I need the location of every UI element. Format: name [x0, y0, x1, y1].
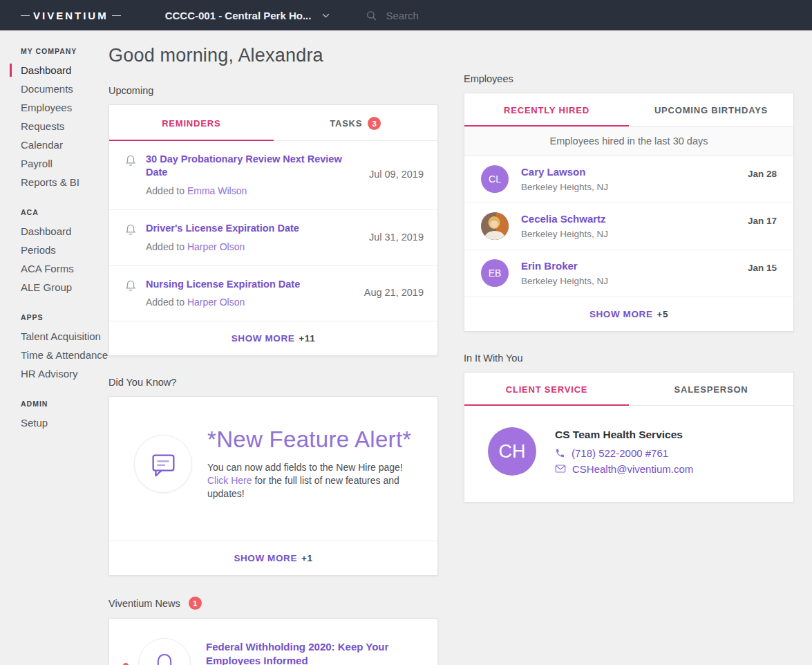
tab-reminders[interactable]: REMINDERS	[109, 105, 274, 140]
reminder-date: Jul 31, 2019	[369, 232, 424, 243]
bell-icon	[124, 153, 137, 168]
person-link[interactable]: Harper Olson	[187, 241, 245, 252]
sidebar-item-calendar[interactable]: Calendar	[21, 135, 108, 154]
employee-name-link[interactable]: Erin Broker	[521, 260, 578, 272]
sidebar-section-apps: APPS Talent Acquisition Time & Attendanc…	[21, 313, 108, 383]
logo-decoration-line	[112, 15, 121, 16]
employee-row: CL Cary Lawson Berkeley Heights, NJ Jan …	[464, 156, 793, 203]
upcoming-tabs: REMINDERS TASKS 3	[109, 105, 437, 141]
feature-alert-title: *New Feature Alert*	[207, 427, 417, 453]
did-you-know-section-label: Did You Know?	[108, 377, 438, 388]
sidebar-section-aca: ACA Dashboard Periods ACA Forms ALE Grou…	[21, 208, 108, 297]
sidebar-item-aca-forms[interactable]: ACA Forms	[21, 259, 108, 278]
sidebar-item-documents[interactable]: Documents	[21, 79, 108, 98]
tab-salesperson[interactable]: SALESPERSON	[629, 373, 793, 405]
reminder-row: 30 Day Probationary Review Next Review D…	[109, 141, 437, 210]
sidebar-item-periods[interactable]: Periods	[21, 241, 108, 259]
show-more-count: +1	[301, 553, 313, 563]
tab-upcoming-birthdays[interactable]: UPCOMING BIRTHDAYS	[629, 93, 793, 126]
employees-show-more-button[interactable]: SHOW MORE+5	[464, 297, 793, 331]
feature-alert-body: You can now add fields to the New Hire p…	[207, 461, 417, 500]
search-box[interactable]	[366, 10, 510, 21]
reminder-title-link[interactable]: 30 Day Probationary Review Next Review D…	[146, 153, 362, 179]
employee-location: Berkeley Heights, NJ	[521, 276, 748, 286]
click-here-link[interactable]: Click Here	[207, 475, 252, 486]
tab-tasks-label: TASKS	[330, 118, 362, 129]
show-more-count: +11	[299, 333, 315, 344]
topbar: VIVENTIUM CCCC-001 - Central Perk Ho...	[0, 0, 812, 30]
employee-location: Berkeley Heights, NJ	[521, 229, 748, 239]
person-link[interactable]: Emma Wilson	[187, 185, 247, 196]
employee-row: EB Erin Broker Berkeley Heights, NJ Jan …	[464, 250, 793, 297]
avatar[interactable]: CL	[481, 165, 509, 193]
logo-decoration-line	[21, 15, 30, 16]
contact-email-link[interactable]: CSHealth@viventium.com	[572, 463, 693, 475]
bell-icon	[124, 223, 137, 237]
news-count-badge: 1	[189, 597, 202, 610]
employee-hire-date: Jan 15	[748, 263, 777, 273]
avatar-photo[interactable]	[481, 212, 509, 240]
sidebar-item-payroll[interactable]: Payroll	[21, 154, 108, 173]
reminder-subtitle: Added to Harper Olson	[146, 297, 357, 308]
reminder-title-link[interactable]: Nursing License Expiration Date	[146, 278, 300, 291]
tab-tasks[interactable]: TASKS 3	[274, 105, 438, 140]
reminders-show-more-button[interactable]: SHOW MORE+11	[109, 321, 437, 355]
sidebar-item-talent-acquisition[interactable]: Talent Acquisition	[21, 327, 108, 346]
avatar[interactable]: EB	[481, 259, 509, 287]
upcoming-section-label: Upcoming	[108, 85, 438, 96]
did-you-know-card: *New Feature Alert* You can now add fiel…	[108, 396, 438, 576]
reminder-subtitle: Added to Harper Olson	[146, 241, 362, 252]
reminder-date: Aug 21, 2019	[364, 287, 424, 298]
sidebar-header-apps: APPS	[21, 313, 108, 321]
added-to-label: Added to	[146, 241, 185, 252]
sidebar-item-dashboard[interactable]: Dashboard	[21, 61, 108, 79]
show-more-count: +5	[657, 309, 669, 319]
reminder-title-link[interactable]: Driver's License Expiration Date	[146, 222, 299, 235]
sidebar-item-setup[interactable]: Setup	[21, 413, 108, 432]
sidebar-item-ale-group[interactable]: ALE Group	[21, 278, 108, 297]
news-article: Federal Withholding 2020: Keep Your Empl…	[109, 619, 437, 665]
tab-recently-hired[interactable]: RECENTLY HIRED	[464, 93, 629, 126]
sidebar-section-admin: ADMIN Setup	[21, 400, 108, 432]
news-card: Federal Withholding 2020: Keep Your Empl…	[108, 618, 438, 665]
tab-client-service[interactable]: CLIENT SERVICE	[464, 373, 629, 405]
employees-subtitle: Employees hired in the last 30 days	[464, 127, 793, 156]
in-it-with-you-section-label: In It With You	[464, 353, 794, 364]
email-icon	[555, 464, 566, 474]
reminder-subtitle: Added to Emma Wilson	[146, 185, 362, 196]
added-to-label: Added to	[146, 297, 185, 308]
search-icon	[366, 10, 377, 21]
tasks-count-badge: 3	[368, 117, 381, 130]
phone-icon	[555, 448, 565, 458]
news-bell-icon	[138, 638, 191, 665]
reminder-row: Nursing License Expiration Date Added to…	[109, 266, 437, 322]
sidebar-header-aca: ACA	[21, 208, 108, 216]
contact-phone-link[interactable]: (718) 522-2000 #761	[572, 447, 668, 459]
reminder-row: Driver's License Expiration Date Added t…	[109, 210, 437, 266]
company-selector[interactable]: CCCC-001 - Central Perk Ho...	[165, 10, 330, 21]
person-link[interactable]: Harper Olson	[187, 297, 245, 308]
page-title: Good morning, Alexandra	[108, 45, 438, 66]
main-content: Good morning, Alexandra Upcoming REMINDE…	[108, 30, 812, 665]
employee-name-link[interactable]: Cecelia Schwartz	[521, 213, 606, 225]
employee-photo	[481, 212, 509, 240]
tab-reminders-label: REMINDERS	[162, 118, 220, 129]
employees-section-label: Employees	[464, 73, 794, 84]
sidebar: MY COMPANY Dashboard Documents Employees…	[0, 30, 108, 665]
did-you-know-show-more-button[interactable]: SHOW MORE+1	[109, 541, 437, 575]
viventium-logo[interactable]: VIVENTIUM	[21, 10, 121, 21]
added-to-label: Added to	[146, 185, 185, 196]
employee-name-link[interactable]: Cary Lawson	[521, 166, 585, 178]
sidebar-item-hr-advisory[interactable]: HR Advisory	[21, 364, 108, 383]
employees-tabs: RECENTLY HIRED UPCOMING BIRTHDAYS	[464, 93, 793, 127]
employee-row: Cecelia Schwartz Berkeley Heights, NJ Ja…	[464, 203, 793, 250]
search-input[interactable]	[386, 10, 510, 21]
company-selector-label: CCCC-001 - Central Perk Ho...	[165, 10, 312, 21]
sidebar-item-aca-dashboard[interactable]: Dashboard	[21, 222, 108, 241]
sidebar-item-reports-bi[interactable]: Reports & BI	[21, 173, 108, 191]
employee-hire-date: Jan 28	[748, 169, 777, 179]
sidebar-item-employees[interactable]: Employees	[21, 98, 108, 117]
sidebar-item-time-attendance[interactable]: Time & Attendance	[21, 346, 108, 364]
news-title-link[interactable]: Federal Withholding 2020: Keep Your Empl…	[206, 640, 419, 665]
sidebar-item-requests[interactable]: Requests	[21, 117, 108, 135]
